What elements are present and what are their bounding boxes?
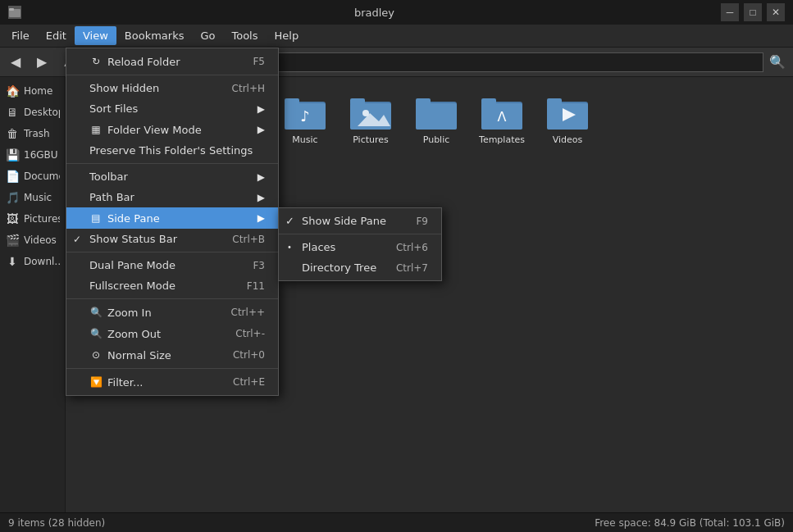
- file-item-music[interactable]: ♪ Music: [276, 90, 335, 151]
- menu-file[interactable]: File: [3, 26, 38, 45]
- sidebar-item-pictures[interactable]: 🖼 Pictures: [0, 208, 65, 230]
- sidebar-item-16gbu[interactable]: 💾 16GBU: [0, 144, 65, 166]
- minimize-button[interactable]: ─: [721, 3, 739, 21]
- sidebar-label-downloads: Downl…: [24, 256, 60, 267]
- file-label-public: Public: [423, 134, 450, 146]
- menu-edit[interactable]: Edit: [38, 26, 75, 45]
- file-item-templates[interactable]: Λ Templates: [472, 90, 531, 151]
- menu-go[interactable]: Go: [192, 26, 223, 45]
- menu-sep-4: [66, 298, 278, 299]
- status-items: 9 items (28 hidden): [8, 517, 105, 529]
- search-button[interactable]: 🔍: [765, 51, 790, 74]
- sidebar-item-home[interactable]: 🏠 Home: [0, 80, 65, 102]
- zoom-out-icon: 🔍: [89, 327, 103, 340]
- folder-icon-public: [415, 95, 458, 131]
- menu-reload-folder[interactable]: ↻ Reload Folder F5: [66, 51, 278, 72]
- sidebar-item-desktop[interactable]: 🖥 Desktop: [0, 102, 65, 123]
- menu-sep-1: [66, 75, 278, 75]
- close-button[interactable]: ✕: [767, 3, 785, 21]
- sidebar-item-trash[interactable]: 🗑 Trash: [0, 123, 65, 144]
- zoom-normal-icon: ⊙: [89, 348, 103, 361]
- trash-icon: 🗑: [5, 126, 20, 141]
- svg-rect-25: [416, 103, 457, 130]
- menu-show-hidden[interactable]: Show Hidden Ctrl+H: [66, 78, 278, 98]
- sidebar-label-desktop: Desktop: [24, 107, 60, 118]
- menu-view[interactable]: View: [75, 26, 116, 45]
- desktop-icon: 🖥: [5, 105, 20, 120]
- grid-icon: ▦: [89, 123, 103, 136]
- menu-dual-pane[interactable]: Dual Pane Mode F3: [66, 255, 278, 275]
- sidebar-item-videos[interactable]: 🎬 Videos: [0, 230, 65, 251]
- submenu-directory-tree[interactable]: Directory Tree Ctrl+7: [279, 257, 441, 278]
- file-item-videos[interactable]: Videos: [538, 90, 597, 151]
- status-freespace: Free space: 84.9 GiB (Total: 103.1 GiB): [595, 517, 785, 529]
- svg-text:♪: ♪: [300, 107, 310, 125]
- forward-button[interactable]: ▶: [30, 51, 54, 74]
- window-title: bradley: [28, 7, 721, 19]
- submenu-sep: [279, 234, 441, 234]
- window-controls: ─ □ ✕: [721, 3, 785, 21]
- folder-icon-music: ♪: [284, 95, 326, 131]
- menu-bar: File Edit View Bookmarks Go Tools Help: [0, 25, 793, 48]
- menu-help[interactable]: Help: [267, 26, 308, 45]
- sidebar-item-documents[interactable]: 📄 Documents: [0, 166, 65, 187]
- sidepane-icon: ▤: [89, 211, 103, 225]
- documents-icon: 📄: [5, 169, 20, 184]
- sidebar-label-videos: Videos: [24, 234, 57, 246]
- menu-sort-files[interactable]: Sort Files ▶: [66, 98, 278, 119]
- bullet-icon: •: [287, 243, 292, 252]
- file-item-public[interactable]: Public: [407, 90, 466, 151]
- file-label-music: Music: [292, 134, 317, 146]
- check-icon: ✓: [285, 215, 294, 227]
- side-pane-submenu: ✓ Show Side Pane F9 • Places Ctrl+6 Dire…: [278, 207, 442, 281]
- app-icon: [8, 6, 21, 19]
- sidebar-item-music[interactable]: 🎵 Music: [0, 187, 65, 208]
- title-bar: bradley ─ □ ✕: [0, 0, 793, 25]
- filter-icon: 🔽: [89, 375, 103, 389]
- sidebar-label-music: Music: [24, 192, 52, 203]
- folder-icon-videos: [546, 95, 589, 131]
- sidebar-item-downloads[interactable]: ⬇ Downl…: [0, 251, 65, 272]
- status-bar: 9 items (28 hidden) Free space: 84.9 GiB…: [0, 512, 793, 532]
- downloads-icon: ⬇: [5, 254, 20, 269]
- sidebar-label-home: Home: [24, 85, 52, 97]
- menu-toolbar[interactable]: Toolbar ▶: [66, 166, 278, 187]
- menu-tools[interactable]: Tools: [223, 26, 266, 45]
- check-status-icon: ✓: [73, 234, 81, 245]
- menu-zoom-in[interactable]: 🔍 Zoom In Ctrl++: [66, 302, 278, 323]
- videos-icon: 🎬: [5, 233, 20, 248]
- sidebar-label-documents: Documents: [24, 171, 60, 182]
- menu-normal-size[interactable]: ⊙ Normal Size Ctrl+0: [66, 344, 278, 366]
- menu-bookmarks[interactable]: Bookmarks: [116, 26, 193, 45]
- reload-icon: ↻: [89, 55, 103, 68]
- menu-folder-view-mode[interactable]: ▦ Folder View Mode ▶: [66, 119, 278, 140]
- sidebar-label-pictures: Pictures: [24, 213, 60, 225]
- file-item-pictures[interactable]: Pictures: [341, 90, 400, 151]
- file-label-templates: Templates: [479, 134, 525, 146]
- menu-fullscreen[interactable]: Fullscreen Mode F11: [66, 275, 278, 296]
- svg-text:Λ: Λ: [498, 109, 507, 125]
- svg-rect-1: [9, 8, 14, 11]
- back-button[interactable]: ◀: [3, 51, 28, 74]
- menu-side-pane[interactable]: ▤ Side Pane ▶: [66, 207, 278, 229]
- submenu-places[interactable]: • Places Ctrl+6: [279, 237, 441, 257]
- sidebar-label-trash: Trash: [24, 128, 50, 139]
- menu-show-status-bar[interactable]: ✓ Show Status Bar Ctrl+B: [66, 229, 278, 249]
- maximize-button[interactable]: □: [744, 3, 762, 21]
- menu-sep-2: [66, 163, 278, 164]
- zoom-in-icon: 🔍: [89, 306, 103, 319]
- music-icon: 🎵: [5, 190, 20, 205]
- menu-sep-3: [66, 252, 278, 252]
- sidebar: 🏠 Home 🖥 Desktop 🗑 Trash 💾 16GBU 📄 Docum…: [0, 77, 66, 512]
- view-menu-dropdown: ↻ Reload Folder F5 Show Hidden Ctrl+H So…: [66, 48, 279, 396]
- drive-icon: 💾: [5, 148, 20, 162]
- menu-filter[interactable]: 🔽 Filter... Ctrl+E: [66, 371, 278, 393]
- menu-zoom-out[interactable]: 🔍 Zoom Out Ctrl+-: [66, 323, 278, 344]
- menu-path-bar[interactable]: Path Bar ▶: [66, 187, 278, 207]
- pictures-icon: 🖼: [5, 211, 20, 226]
- submenu-show-side-pane[interactable]: ✓ Show Side Pane F9: [279, 211, 441, 231]
- menu-sep-5: [66, 368, 278, 369]
- folder-icon-pictures: [349, 95, 392, 131]
- menu-preserve-settings[interactable]: Preserve This Folder's Settings: [66, 140, 278, 161]
- menu-side-pane-container: ▤ Side Pane ▶ ✓ Show Side Pane F9 • Plac…: [66, 207, 278, 229]
